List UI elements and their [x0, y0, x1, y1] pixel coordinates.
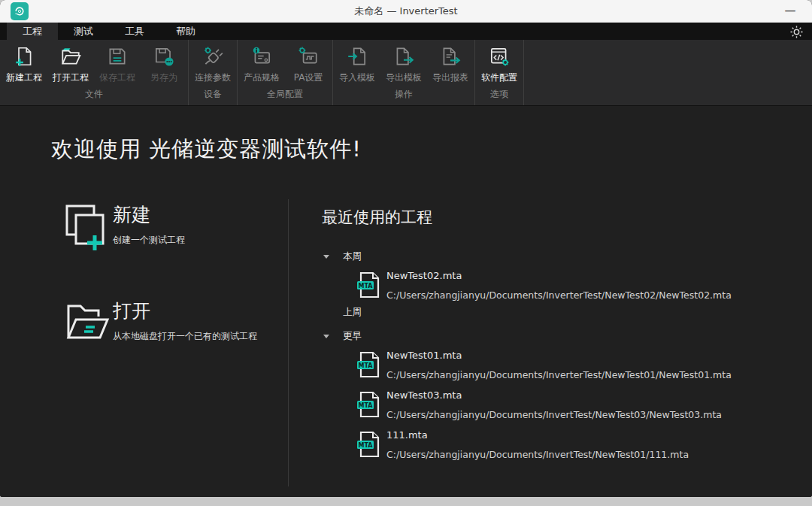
save-project-icon: [106, 45, 129, 68]
save-project-button: 保存工程: [94, 41, 141, 86]
file-name: NewTest03.mta: [386, 389, 462, 401]
open-project-button[interactable]: 打开工程: [47, 41, 94, 86]
save-as-icon: [153, 45, 175, 68]
connection-params-button: 连接参数: [189, 41, 236, 86]
software-config-button[interactable]: 软件配置: [476, 41, 523, 86]
recent-file-newtest03[interactable]: MTA NewTest03.mta C:/Users/zhangjianyu/D…: [356, 389, 777, 426]
export-template-button: 导出模板: [380, 41, 427, 86]
svg-text:MTA: MTA: [359, 362, 374, 369]
sun-icon: [790, 26, 803, 38]
ribbon-group-operations: 导入模板 导出模板: [333, 40, 475, 105]
tab-project[interactable]: 工程: [7, 23, 58, 40]
ribbon-group-label-global-config: 全局配置: [238, 86, 332, 105]
software-config-icon: [488, 45, 511, 68]
import-template-button: 导入模板: [334, 41, 380, 86]
file-path: C:/Users/zhangjianyu/Documents/InvertTes…: [386, 409, 722, 420]
product-spec-button: 产品规格: [238, 41, 285, 86]
title-bar: 未命名 — InverterTest —: [0, 0, 812, 23]
section-divider: [288, 199, 289, 486]
ribbon-group-file: 新建工程 打开工程 保存工程: [0, 40, 189, 105]
save-as-button: 另存为: [141, 41, 187, 86]
recent-file-111[interactable]: MTA 111.mta C:/Users/zhangjianyu/Documen…: [356, 429, 777, 465]
ribbon-group-global-config: 产品规格 PA设置 全局配置: [238, 40, 333, 105]
ribbon-group-label-device: 设备: [189, 86, 236, 105]
new-document-icon: [65, 204, 108, 252]
ribbon-group-label-options: 选项: [476, 86, 523, 105]
connection-params-icon: [201, 45, 224, 68]
welcome-heading: 欢迎使用 光储逆变器测试软件!: [51, 135, 362, 165]
recent-projects-heading: 最近使用的工程: [322, 207, 432, 228]
app-window: 未命名 — InverterTest — 工程 测试 工具 帮助: [0, 0, 812, 497]
open-folder-icon: [65, 300, 111, 342]
mta-file-icon: MTA: [356, 431, 380, 458]
file-name: NewTest01.mta: [386, 350, 462, 361]
tree-group-earlier[interactable]: 更早: [323, 330, 362, 342]
ribbon-group-device: 连接参数 设备: [189, 40, 238, 105]
pa-settings-button: PA设置: [285, 41, 332, 86]
mta-file-icon: MTA: [356, 391, 380, 418]
file-name: 111.mta: [386, 429, 428, 441]
new-project-button[interactable]: 新建工程: [1, 41, 47, 86]
tab-tools[interactable]: 工具: [109, 23, 160, 40]
new-project-icon: [13, 45, 35, 68]
import-template-icon: [346, 45, 368, 68]
ribbon-group-label-file: 文件: [1, 86, 187, 105]
file-path: C:/Users/zhangjianyu/Documents/InverterT…: [386, 369, 732, 380]
chevron-down-icon: [323, 335, 329, 338]
ribbon-group-options: 软件配置 选项: [475, 40, 524, 105]
export-template-icon: [392, 45, 415, 68]
minimize-button[interactable]: —: [777, 0, 803, 23]
pa-settings-icon: [297, 45, 320, 68]
tree-group-this-week[interactable]: 本周: [323, 250, 362, 262]
new-action-title: 新建: [113, 202, 150, 227]
open-action-title: 打开: [113, 298, 150, 323]
svg-text:MTA: MTA: [359, 283, 374, 289]
file-path: C:/Users/zhangjianyu/Documents/InvertTes…: [386, 449, 689, 460]
tree-group-last-week[interactable]: 上周: [323, 306, 362, 318]
new-action-subtitle: 创建一个测试工程: [113, 234, 185, 247]
open-action-subtitle: 从本地磁盘打开一个已有的测试工程: [113, 330, 257, 343]
export-report-icon: [439, 45, 462, 68]
tab-test[interactable]: 测试: [58, 23, 109, 40]
svg-text:MTA: MTA: [359, 402, 374, 409]
tab-help[interactable]: 帮助: [160, 23, 211, 40]
menu-tab-bar: 工程 测试 工具 帮助: [0, 23, 812, 40]
mta-file-icon: MTA: [356, 351, 380, 378]
recent-file-newtest02[interactable]: MTA NewTest02.mta C:/Users/zhangjianyu/D…: [356, 270, 777, 306]
export-report-button: 导出报表: [427, 41, 474, 86]
mta-file-icon: MTA: [356, 271, 380, 298]
file-name: NewTest02.mta: [386, 270, 462, 281]
open-project-icon: [59, 45, 82, 68]
recent-file-newtest01[interactable]: MTA NewTest01.mta C:/Users/zhangjianyu/D…: [356, 350, 777, 386]
window-title: 未命名 — InverterTest: [0, 0, 812, 23]
ribbon-toolbar: 新建工程 打开工程 保存工程: [0, 40, 812, 106]
chevron-down-icon: [323, 255, 329, 259]
welcome-page: 欢迎使用 光储逆变器测试软件! 新建 创建一个测试工程 打开 从本地磁盘打开一个…: [0, 106, 812, 497]
ribbon-group-label-operations: 操作: [334, 86, 474, 105]
product-spec-icon: [250, 45, 273, 68]
theme-toggle-button[interactable]: [788, 24, 804, 39]
file-path: C:/Users/zhangjianyu/Documents/InverterT…: [386, 289, 732, 301]
svg-text:MTA: MTA: [359, 442, 374, 449]
